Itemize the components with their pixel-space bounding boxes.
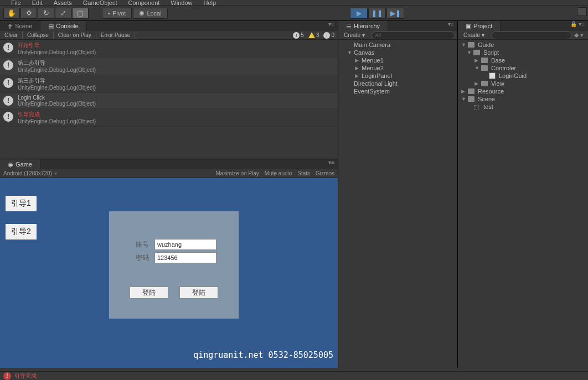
hand-tool[interactable]: ✋ [3, 8, 20, 19]
pivot-toggle[interactable]: ▪Pivot [102, 8, 132, 19]
log-message: 引导完成 [18, 111, 96, 118]
project-search[interactable] [491, 32, 572, 39]
login-button-1[interactable]: 登陆 [130, 287, 168, 299]
search-options-icon[interactable]: ◆ ▾ [572, 32, 586, 39]
menu-component[interactable]: Component [122, 0, 165, 5]
project-item[interactable]: ▼Script [458, 49, 588, 56]
hierarchy-item[interactable]: ▶Menue2 [338, 64, 457, 72]
expand-arrow-icon[interactable]: ▼ [467, 50, 472, 55]
tab-hierarchy[interactable]: ☰Hierarchy [338, 21, 388, 31]
warn-filter[interactable]: 3 [308, 32, 319, 39]
pause-button[interactable]: ❚❚ [368, 8, 386, 19]
tab-project[interactable]: ▣Project [458, 21, 501, 31]
project-item[interactable]: ▶Base [458, 56, 588, 64]
error-filter[interactable]: !0 [323, 32, 334, 39]
expand-arrow-icon[interactable]: ▶ [474, 81, 480, 86]
console-error-pause[interactable]: Error Pause [96, 32, 135, 39]
hierarchy-item[interactable]: EventSystem [338, 87, 457, 95]
menu-gameobject[interactable]: GameObject [78, 0, 123, 5]
folder-icon [481, 65, 488, 71]
item-label: Guide [478, 41, 494, 48]
project-tab-options[interactable]: 🔒 ▾≡ [567, 21, 588, 31]
status-bar: ! 引导完成 [0, 371, 588, 380]
guide-button-1[interactable]: 引导1 [6, 196, 37, 211]
expand-arrow-icon[interactable]: ▶ [474, 58, 480, 63]
unity-icon: ⬚ [473, 103, 480, 110]
menu-file[interactable]: File [6, 0, 27, 5]
expand-arrow-icon[interactable]: ▶ [355, 65, 360, 71]
menu-help[interactable]: Help [198, 0, 221, 5]
hierarchy-item[interactable]: ▼Canvas [338, 49, 457, 56]
guide-button-2[interactable]: 引导2 [6, 224, 37, 240]
local-toggle[interactable]: ◉Local [133, 8, 167, 19]
log-entry[interactable]: ! 引导完成 UnityEngine.Debug:Log(Object) [0, 109, 338, 127]
project-item[interactable]: LoginGuid [458, 72, 588, 80]
rotate-tool[interactable]: ↻ [38, 8, 54, 19]
scale-tool[interactable]: ⤢ [55, 8, 71, 19]
log-entry[interactable]: ! 第二步引导 UnityEngine.Debug:Log(Object) [0, 58, 338, 75]
mute-toggle[interactable]: Mute audio [265, 170, 292, 176]
hierarchy-item[interactable]: ▶LoginPanel [338, 72, 457, 80]
expand-arrow-icon[interactable]: ▼ [461, 96, 467, 102]
item-label: Resource [478, 88, 504, 95]
project-item[interactable]: ▼Controler [458, 64, 588, 72]
hierarchy-icon: ☰ [346, 23, 352, 30]
hierarchy-item[interactable]: Directional Light [338, 80, 457, 87]
warn-icon [308, 32, 315, 38]
project-create[interactable]: Create ▾ [460, 32, 488, 38]
stats-toggle[interactable]: Stats [297, 170, 310, 176]
folder-icon [468, 96, 474, 102]
step-button[interactable]: ▶❚ [386, 8, 404, 19]
expand-arrow-icon[interactable]: ▼ [461, 42, 467, 48]
username-input[interactable] [154, 239, 216, 250]
play-button[interactable]: ▶ [350, 8, 368, 19]
menu-window[interactable]: Window [165, 0, 198, 5]
tab-options[interactable]: ▾≡ [325, 21, 338, 31]
hierarchy-search[interactable] [372, 32, 455, 39]
project-item[interactable]: ▶Resource [458, 87, 588, 95]
game-tab-options[interactable]: ▾≡ [325, 159, 338, 169]
expand-arrow-icon[interactable]: ▼ [474, 65, 480, 71]
info-filter[interactable]: !5 [293, 32, 304, 39]
hierarchy-item[interactable]: Main Camera [338, 41, 457, 49]
log-entry[interactable]: ! 第三步引导 UnityEngine.Debug:Log(Object) [0, 75, 338, 93]
expand-arrow-icon[interactable]: ▼ [347, 50, 353, 55]
expand-arrow-icon[interactable]: ▶ [355, 58, 360, 63]
item-label: Script [483, 49, 499, 56]
menu-edit[interactable]: Edit [27, 0, 48, 5]
project-item[interactable]: ▶View [458, 80, 588, 87]
folder-icon [468, 42, 474, 48]
log-source: UnityEngine.Debug:Log(Object) [18, 101, 96, 107]
tab-console[interactable]: ▤Console [40, 21, 86, 31]
hierarchy-tab-options[interactable]: ▾≡ [445, 21, 457, 31]
log-message: 第三步引导 [18, 77, 96, 85]
script-icon [489, 72, 496, 79]
hierarchy-create[interactable]: Create ▾ [341, 32, 368, 38]
expand-arrow-icon[interactable]: ▶ [355, 73, 360, 79]
menu-assets[interactable]: Assets [48, 0, 78, 5]
project-item[interactable]: ▼Guide [458, 41, 588, 49]
move-tool[interactable]: ✥ [20, 8, 37, 19]
project-item[interactable]: ▼Scene [458, 95, 588, 103]
log-entry[interactable]: ! Login Click UnityEngine.Debug:Log(Obje… [0, 93, 338, 109]
login-button-2[interactable]: 登陆 [179, 287, 218, 299]
gizmos-toggle[interactable]: Gizmos [316, 170, 334, 176]
expand-arrow-icon[interactable]: ▶ [461, 89, 467, 94]
resolution-dropdown[interactable]: Android (1280x720) [3, 170, 52, 176]
log-entry[interactable]: ! 开始引导 UnityEngine.Debug:Log(Object) [0, 40, 338, 58]
hierarchy-item[interactable]: ▶Menue1 [338, 56, 457, 64]
tab-scene[interactable]: ⋕Scene [0, 21, 40, 31]
console-clear[interactable]: Clear [0, 32, 23, 39]
error-icon: ! [323, 32, 330, 39]
layers-dropdown[interactable] [577, 7, 587, 16]
password-input[interactable] [154, 252, 216, 263]
rect-tool[interactable]: ▢ [72, 8, 89, 19]
maximize-toggle[interactable]: Maximize on Play [215, 170, 259, 176]
main-toolbar: ✋ ✥ ↻ ⤢ ▢ ▪Pivot ◉Local ▶ ❚❚ ▶❚ [0, 6, 588, 21]
item-label: Scene [478, 96, 495, 102]
tab-game[interactable]: ◉Game [0, 159, 40, 169]
project-item[interactable]: ⬚test [458, 103, 588, 111]
console-clear-on-play[interactable]: Clear on Play [54, 32, 96, 39]
console-icon: ▤ [48, 23, 54, 30]
console-collapse[interactable]: Collapse [23, 32, 54, 39]
